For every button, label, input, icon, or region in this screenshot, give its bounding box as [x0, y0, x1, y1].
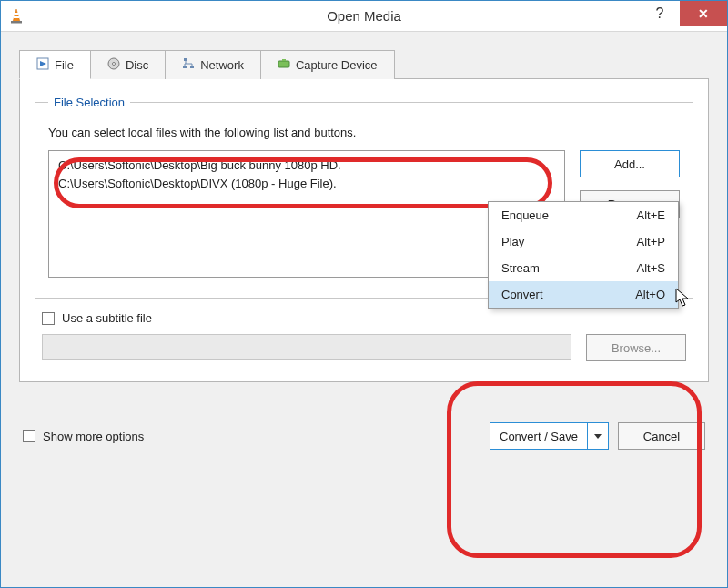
use-subtitle-row: Use a subtitle file [35, 311, 693, 325]
menu-item-label: Convert [501, 288, 543, 301]
menu-item-play[interactable]: Play Alt+P [489, 228, 678, 255]
tab-bar: File Disc Network Capture Device [19, 50, 709, 79]
menu-item-label: Stream [501, 261, 540, 275]
svg-marker-0 [13, 9, 20, 22]
open-media-dialog: Open Media ? ✕ File Disc [0, 0, 728, 588]
add-button[interactable]: Add... [580, 150, 680, 177]
window-title: Open Media [1, 8, 727, 24]
menu-item-shortcut: Alt+O [635, 288, 665, 301]
menu-item-convert[interactable]: Convert Alt+O [489, 281, 678, 308]
chevron-down-icon[interactable] [588, 423, 608, 449]
client-area: File Disc Network Capture Device [1, 32, 727, 459]
svg-marker-14 [594, 434, 602, 439]
svg-rect-2 [14, 16, 19, 18]
svg-rect-3 [11, 21, 22, 24]
svg-rect-1 [15, 13, 18, 15]
convert-save-split-button[interactable]: Convert / Save [490, 422, 609, 450]
menu-item-label: Play [501, 235, 524, 248]
svg-rect-11 [278, 61, 289, 67]
titlebar: Open Media ? ✕ [1, 1, 727, 32]
vlc-icon [8, 8, 25, 25]
tab-file[interactable]: File [19, 50, 91, 79]
svg-rect-12 [282, 59, 286, 61]
menu-item-shortcut: Alt+P [637, 235, 665, 248]
svg-rect-8 [184, 58, 187, 61]
menu-item-stream[interactable]: Stream Alt+S [489, 255, 678, 281]
show-more-checkbox[interactable] [23, 430, 35, 442]
menu-item-shortcut: Alt+S [637, 261, 665, 275]
tab-disc[interactable]: Disc [90, 50, 166, 79]
capture-icon [278, 57, 290, 73]
tab-label: Network [200, 58, 244, 72]
cancel-button[interactable]: Cancel [618, 422, 705, 450]
tab-label: Capture Device [296, 58, 378, 72]
convert-save-menu: Enqueue Alt+E Play Alt+P Stream Alt+S Co… [488, 201, 679, 309]
file-selection-help: You can select local files with the foll… [48, 126, 680, 139]
tab-capture-device[interactable]: Capture Device [260, 50, 395, 79]
use-subtitle-checkbox[interactable] [42, 312, 55, 325]
tab-label: Disc [126, 58, 148, 72]
file-tab-panel: File Selection You can select local file… [19, 78, 709, 382]
help-button[interactable]: ? [640, 1, 680, 26]
convert-save-label[interactable]: Convert / Save [490, 423, 588, 449]
browse-button: Browse... [586, 334, 686, 361]
tab-label: File [55, 58, 74, 72]
menu-item-enqueue[interactable]: Enqueue Alt+E [489, 202, 678, 228]
menu-item-shortcut: Alt+E [637, 208, 665, 222]
show-more-label: Show more options [43, 430, 144, 443]
dialog-footer: Show more options Convert / Save Cancel [19, 422, 709, 450]
list-item[interactable]: C:\Users\Softonic\Desktop\DIVX (1080p - … [58, 175, 555, 193]
list-item[interactable]: C:\Users\Softonic\Desktop\Big buck bunny… [58, 157, 555, 175]
svg-point-7 [112, 63, 115, 66]
menu-item-label: Enqueue [501, 208, 549, 222]
tab-network[interactable]: Network [165, 50, 261, 79]
disc-icon [107, 57, 120, 73]
network-icon [182, 57, 195, 73]
file-icon [36, 57, 49, 73]
subtitle-path-input [42, 334, 571, 360]
close-button[interactable]: ✕ [680, 1, 727, 26]
show-more-options-row: Show more options [23, 430, 144, 443]
file-selection-legend: File Selection [48, 96, 130, 109]
use-subtitle-label: Use a subtitle file [62, 311, 152, 325]
